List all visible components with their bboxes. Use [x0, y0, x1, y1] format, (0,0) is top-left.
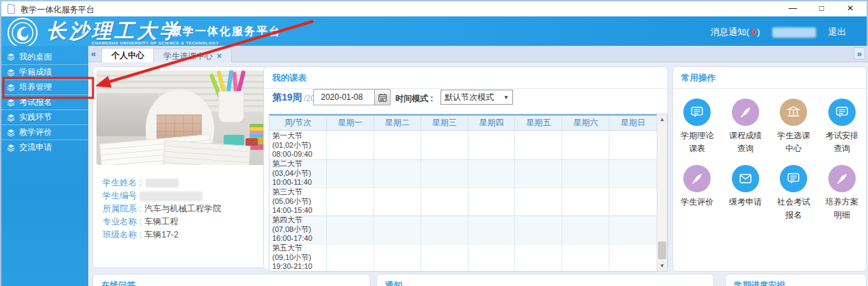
tab-course-selection-center[interactable]: 学生选课中心× [153, 49, 232, 62]
sidebar-item-label: 考试报名 [19, 96, 52, 108]
timetable-cell [421, 131, 469, 160]
table-scrollbar[interactable]: ▲ ▼ [657, 114, 667, 271]
minimize-button[interactable]: — [786, 3, 800, 14]
window-title: 教学一体化服务平台 [21, 4, 94, 16]
chevron-down-icon: ▼ [503, 94, 509, 101]
timetable-cell [515, 243, 562, 272]
timetable-cell [421, 215, 469, 244]
university-logo [7, 17, 38, 49]
university-name-en: CHANGSHA UNIVERSITY OF SCIENCE & TECHNOL… [92, 41, 219, 45]
timetable-cell [562, 215, 609, 244]
maximize-button[interactable]: □ [815, 3, 828, 14]
sidebar-item-my-desktop[interactable]: 我的桌面 [1, 49, 88, 64]
current-week[interactable]: 第19周 [272, 92, 302, 104]
quill-icon [834, 171, 850, 186]
table-row: 第一大节(01,02小节)08:00-09:40 [269, 131, 657, 159]
timetable-panel-title: 我的课表 [264, 67, 668, 89]
action-training-plan-details[interactable]: 培养方案 明细 [818, 165, 867, 222]
platform-title: 教学一体化服务平台 [170, 25, 281, 39]
timetable-cell [374, 187, 421, 216]
sidebar-item-teaching-evaluation[interactable]: 教学评价 [1, 125, 88, 140]
col-header: 星期一 [327, 116, 374, 130]
major-label: 专业名称 : [103, 216, 142, 228]
sidebar-item-exam-registration[interactable]: 考试报名 [1, 94, 88, 109]
action-semester-theory-timetable[interactable]: 学期理论 课表 [673, 99, 722, 155]
date-input[interactable] [313, 89, 375, 105]
tab-label: 学生选课中心 [163, 51, 213, 61]
sidebar-nav: 我的桌面 学籍成绩 培养管理 考试报名 实践环节 教学评价 交流申请 [1, 46, 88, 286]
sidebar-item-exchange-application[interactable]: 交流申请 [1, 140, 88, 155]
time-mode-label: 时间模式 : [395, 93, 433, 105]
period-label: 第一大节(01,02小节)08:00-09:40 [269, 131, 327, 160]
bank-icon [786, 105, 801, 120]
timetable-cell [562, 159, 609, 188]
action-exam-schedule-query[interactable]: 考试安排 查询 [818, 99, 867, 155]
action-label: 缓考申请 [729, 196, 762, 209]
col-header: 星期六 [562, 116, 609, 130]
sidebar-item-practice[interactable]: 实践环节 [1, 109, 88, 125]
timetable-cell [469, 215, 516, 244]
student-name-label: 学生姓名 : [103, 177, 142, 189]
student-photo [96, 70, 265, 165]
time-mode-select[interactable]: 默认节次模式 ▼ [440, 90, 513, 105]
department-value: 汽车与机械工程学院 [144, 203, 222, 215]
expand-tabs-icon[interactable]: » [854, 47, 865, 60]
timetable-controls: 第19周 /20周 时间模式 : 默认节次模式 ▼ [264, 88, 668, 107]
scrollbar-thumb[interactable] [658, 242, 666, 259]
scroll-up-icon[interactable]: ▲ [657, 114, 667, 125]
window-titlebar: 教学一体化服务平台 — □ ✕ [1, 1, 867, 16]
tab-close-icon[interactable]: × [217, 51, 222, 61]
layers-icon [7, 53, 15, 61]
timetable-cell [421, 187, 469, 216]
timetable-table: 周/节次 星期一 星期二 星期三 星期四 星期五 星期六 星期日 第一大节(01… [269, 114, 668, 272]
message-notice-link[interactable]: 消息通知(0) [711, 26, 760, 38]
notice-label: 消息通知( [711, 27, 749, 37]
collapse-sidebar-icon[interactable]: « [91, 49, 96, 59]
timetable-cell [469, 187, 516, 216]
timetable-cell [421, 159, 469, 188]
action-course-grades-query[interactable]: 课程成绩 查询 [722, 99, 770, 155]
col-header: 星期四 [469, 116, 516, 130]
timetable-cell [515, 131, 562, 160]
scroll-down-icon[interactable]: ▼ [657, 261, 667, 271]
action-label: 学期理论 [681, 129, 713, 142]
action-label: 学生评价 [681, 196, 713, 209]
timetable-cell [374, 159, 421, 188]
action-course-selection-center[interactable]: 学生选课 中心 [770, 99, 818, 155]
col-header: 星期三 [421, 116, 469, 130]
action-label: 报名 [785, 209, 802, 222]
timetable-cell [469, 159, 516, 188]
period-label: 第二大节(03,04小节)10:00-11:40 [269, 159, 327, 188]
close-button[interactable]: ✕ [843, 3, 857, 14]
quick-actions-grid: 学期理论 课表 课程成绩 查询 学生选课 中心 考试安排 查询 学生评价 [673, 99, 866, 231]
action-deferred-exam-application[interactable]: 缓考申请 [722, 165, 770, 222]
action-social-exam-registration[interactable]: 社会考试 报名 [770, 165, 818, 222]
timetable-cell [374, 243, 421, 272]
col-header: 星期日 [609, 116, 657, 130]
timetable-cell [327, 131, 374, 160]
sidebar-item-label: 我的桌面 [19, 51, 52, 63]
layers-icon [7, 68, 15, 77]
timetable-cell [609, 131, 657, 160]
timetable-cell [421, 243, 469, 272]
sidebar-item-records-grades[interactable]: 学籍成绩 [1, 64, 88, 79]
department-label: 所属院系 : [103, 203, 142, 215]
photo-object [246, 138, 258, 146]
period-label: 第三大节(05,06小节)14:00-15:40 [269, 187, 327, 216]
timetable-cell [609, 159, 657, 188]
period-label: 第四大节(07,08小节)16:00-17:40 [269, 215, 327, 244]
action-label: 课程成绩 [729, 129, 762, 142]
action-student-evaluation[interactable]: 学生评价 [673, 165, 722, 222]
sidebar-item-label: 培养管理 [19, 81, 52, 93]
timetable-cell [609, 215, 657, 244]
tab-personal-center[interactable]: 个人中心 [101, 48, 155, 62]
user-name-redacted [772, 27, 816, 38]
layers-icon [7, 99, 15, 107]
notice-label-close: ) [757, 27, 760, 37]
logout-button[interactable]: 退出 [828, 26, 846, 38]
tab-bar: « 个人中心 学生选课中心× » [88, 46, 868, 62]
action-label: 学生选课 [777, 129, 810, 142]
calendar-button[interactable] [375, 89, 391, 105]
timetable-header-row: 周/节次 星期一 星期二 星期三 星期四 星期五 星期六 星期日 [269, 114, 657, 131]
sidebar-item-training-management[interactable]: 培养管理 [1, 79, 88, 94]
